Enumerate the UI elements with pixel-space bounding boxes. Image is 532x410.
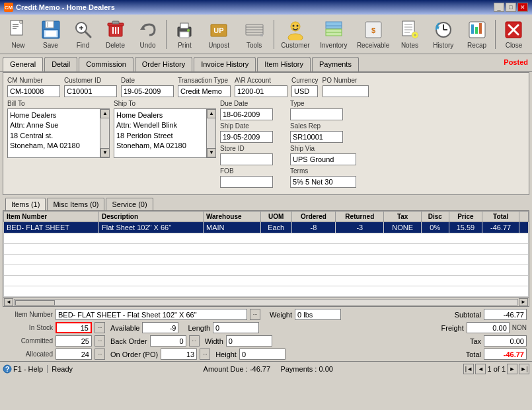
sales-rep-input[interactable] (290, 131, 343, 143)
nav-prev[interactable]: ◄ (475, 364, 486, 374)
length-input[interactable] (213, 322, 259, 333)
on-order-input[interactable] (161, 348, 197, 360)
new-button[interactable]: New (3, 17, 34, 52)
customer-id-input[interactable] (64, 85, 117, 97)
empty-row-4 (4, 265, 529, 276)
receivable-button[interactable]: $ Receivable (354, 17, 393, 52)
empty-row-5 (4, 276, 529, 286)
h-scroll-thumb[interactable] (15, 300, 55, 306)
bill-to-group: Bill To Home Dealers Attn: Anne Sue 18 C… (7, 100, 110, 158)
fob-input[interactable] (220, 176, 273, 188)
type-input[interactable] (290, 108, 343, 120)
svg-point-36 (296, 25, 298, 27)
page-info: 1 of 1 (487, 365, 506, 373)
weight-input[interactable] (295, 309, 341, 320)
maximize-button[interactable]: □ (506, 3, 516, 12)
ship-to-line-3: 18 Peridon Street (116, 131, 213, 141)
committed-input[interactable] (56, 335, 92, 347)
tab-invoice-history[interactable]: Invoice History (194, 57, 256, 71)
height-input[interactable] (239, 348, 285, 360)
sub-tab-service[interactable]: Service (0) (106, 198, 153, 210)
delete-button[interactable]: Delete (100, 17, 131, 52)
cm-number-input[interactable] (7, 85, 60, 97)
minimize-button[interactable]: _ (494, 3, 504, 12)
available-label: Available (110, 324, 139, 332)
delete-label: Delete (106, 42, 125, 49)
width-input[interactable] (226, 335, 272, 347)
bill-to-line-2: Attn: Anne Sue (10, 120, 107, 130)
svg-rect-57 (475, 27, 478, 34)
in-stock-input[interactable] (56, 322, 92, 333)
terms-input[interactable] (290, 176, 356, 188)
in-stock-dots-btn[interactable]: ··· (95, 322, 105, 333)
ar-account-label: A\R Account (235, 77, 287, 84)
find-button[interactable]: Find (67, 17, 98, 52)
po-number-input[interactable] (323, 85, 369, 97)
col-total: Total (482, 212, 519, 222)
ship-via-group: Ship Via (290, 145, 356, 165)
tab-item-history[interactable]: Item History (257, 57, 311, 71)
sub-tab-misc[interactable]: Misc Items (0) (47, 198, 104, 210)
total-input (484, 348, 527, 360)
nav-next[interactable]: ► (507, 364, 517, 374)
bill-to-scroll-down[interactable]: ▼ (100, 148, 110, 157)
tab-commission[interactable]: Commission (79, 57, 133, 71)
window-controls: _ □ ✕ (494, 3, 528, 12)
sub-tab-items[interactable]: Items (1) (5, 198, 46, 210)
currency-input[interactable] (291, 85, 318, 97)
notes-icon (399, 19, 420, 40)
empty-row-2 (4, 244, 529, 255)
ship-to-scroll-up[interactable]: ▲ (207, 109, 216, 118)
due-date-input[interactable] (220, 108, 273, 120)
allocated-input[interactable] (56, 348, 92, 360)
bill-to-label: Bill To (7, 100, 110, 107)
unpost-button[interactable]: UP Unpost (202, 17, 236, 52)
undo-button[interactable]: Undo (132, 17, 163, 52)
tools-button[interactable]: Tools (237, 17, 271, 52)
nav-first[interactable]: |◄ (463, 364, 474, 374)
tab-order-history[interactable]: Order History (135, 57, 192, 71)
on-order-dots-btn[interactable]: ··· (200, 348, 210, 360)
item-number-dots-btn[interactable]: ··· (250, 309, 260, 320)
ship-date-sales-rep-row: Ship Date Sales Rep (220, 122, 525, 143)
allocated-dots-btn[interactable]: ··· (95, 348, 105, 360)
history-button[interactable]: History (426, 17, 460, 52)
page-of: of (494, 365, 502, 373)
print-icon (174, 19, 195, 40)
ship-to-scroll-down[interactable]: ▼ (207, 148, 216, 157)
customer-button[interactable]: Customer (277, 17, 314, 52)
store-id-input[interactable] (220, 153, 273, 165)
h-scroll-track[interactable] (14, 299, 518, 306)
ar-account-input[interactable] (235, 85, 287, 97)
svg-rect-24 (180, 32, 189, 38)
recap-button[interactable]: Recap (461, 17, 492, 52)
committed-dots-btn[interactable]: ··· (95, 335, 105, 347)
notes-button[interactable]: Notes (394, 17, 425, 52)
inventory-button[interactable]: Inventory (315, 17, 352, 52)
back-order-input[interactable] (150, 335, 186, 347)
nav-last[interactable]: ►| (519, 364, 529, 374)
close-button[interactable]: Close (498, 17, 529, 52)
freight-input[interactable] (467, 322, 510, 333)
bill-to-scroll-up[interactable]: ▲ (100, 109, 110, 118)
save-button[interactable]: Save (35, 17, 66, 52)
cell-warehouse: MAIN (203, 222, 260, 233)
date-input[interactable] (121, 85, 174, 97)
transaction-type-input[interactable] (178, 85, 231, 97)
back-order-dots-btn[interactable]: ··· (189, 335, 200, 347)
ship-via-label: Ship Via (290, 145, 356, 152)
ship-date-input[interactable] (220, 131, 273, 143)
close-window-button[interactable]: ✕ (517, 3, 528, 12)
total-label: Total (466, 350, 481, 358)
table-row[interactable]: BED- FLAT SHEET Flat Sheet 102" X 66" MA… (4, 222, 529, 233)
item-number-detail-input[interactable] (56, 309, 247, 320)
print-button[interactable]: Print (169, 17, 200, 52)
ship-via-input[interactable] (290, 153, 356, 165)
h-scroll-left[interactable]: ◄ (4, 298, 13, 306)
tab-general[interactable]: General (3, 57, 43, 71)
available-input[interactable] (142, 322, 178, 333)
tab-detail[interactable]: Detail (44, 57, 77, 71)
h-scroll-right[interactable]: ► (519, 298, 528, 306)
items-area: Item Number Description Warehouse UOM Or… (3, 210, 529, 307)
tab-payments[interactable]: Payments (312, 57, 359, 71)
